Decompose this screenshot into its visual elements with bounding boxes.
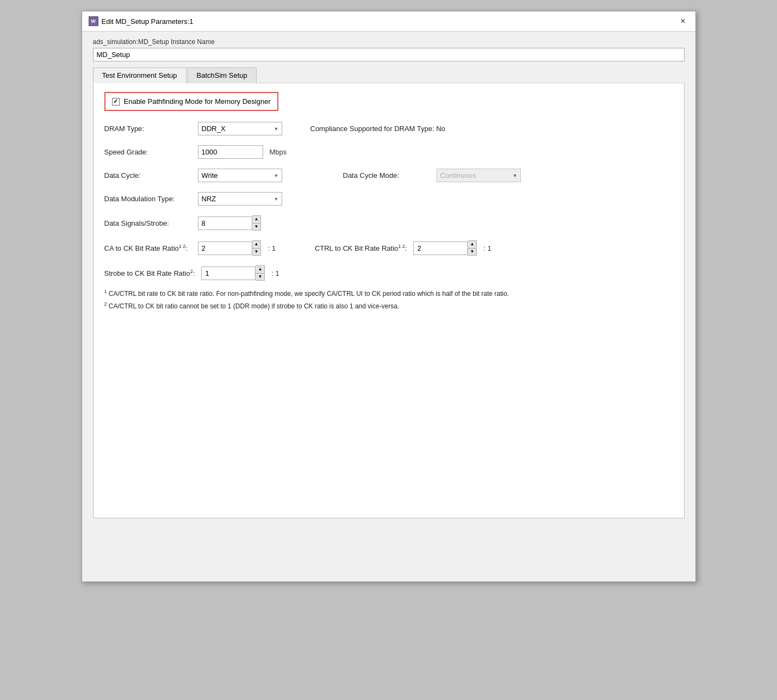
- ca-ratio-increment[interactable]: ▲: [252, 241, 261, 249]
- speed-grade-unit: Mbps: [270, 148, 287, 156]
- data-signals-row: Data Signals/Strobe: ▲ ▼: [104, 215, 673, 231]
- ctrl-ratio-input[interactable]: [413, 241, 468, 255]
- footnote-2: 2 CA/CTRL to CK bit ratio cannot be set …: [104, 301, 673, 311]
- speed-grade-label: Speed Grade:: [104, 148, 191, 156]
- strobe-ratio-row: Strobe to CK Bit Rate Ratio2: ▲ ▼ : 1: [104, 265, 673, 281]
- ctrl-ratio-spinner: ▲ ▼: [413, 240, 477, 256]
- title-bar-left: W Edit MD_Setup Parameters:1: [89, 16, 194, 26]
- data-modulation-row: Data Modulation Type: NRZ PAM4: [104, 192, 673, 206]
- strobe-ratio-decrement[interactable]: ▼: [256, 274, 264, 281]
- strobe-ratio-input[interactable]: [201, 267, 256, 280]
- data-cycle-row: Data Cycle: Write Read Both Data Cycle M…: [104, 169, 673, 182]
- strobe-ratio-label: Strobe to CK Bit Rate Ratio2:: [104, 269, 195, 277]
- strobe-ratio-spinner: ▲ ▼: [201, 265, 265, 281]
- data-signals-spinner: ▲ ▼: [198, 215, 262, 231]
- dialog-body: ads_simulation:MD_Setup Instance Name Te…: [82, 32, 695, 581]
- data-modulation-select[interactable]: NRZ PAM4: [198, 192, 282, 206]
- ca-ratio-suffix: : 1: [268, 244, 275, 252]
- data-cycle-mode-select-wrapper: Continuous Burst: [437, 169, 521, 182]
- ctrl-ratio-spinner-buttons: ▲ ▼: [468, 240, 477, 256]
- pathfinding-checkbox[interactable]: [112, 98, 120, 106]
- pathfinding-label: Enable Pathfinding Mode for Memory Desig…: [124, 97, 271, 106]
- pathfinding-section: Enable Pathfinding Mode for Memory Desig…: [104, 92, 278, 111]
- data-signals-input[interactable]: [198, 216, 252, 230]
- data-signals-decrement[interactable]: ▼: [252, 224, 261, 231]
- data-signals-label: Data Signals/Strobe:: [104, 219, 191, 227]
- data-cycle-label: Data Cycle:: [104, 171, 191, 179]
- speed-grade-input[interactable]: [198, 145, 263, 159]
- compliance-label: Compliance Supported for DRAM Type: No: [310, 125, 445, 133]
- ctrl-ratio-suffix: : 1: [483, 244, 491, 252]
- data-signals-increment[interactable]: ▲: [252, 216, 261, 224]
- form-section: DRAM Type: DDR_X DDR4 DDR5 LPDDR4 LPDDR5…: [104, 122, 673, 281]
- ca-ratio-spinner-buttons: ▲ ▼: [252, 240, 262, 256]
- data-cycle-select[interactable]: Write Read Both: [198, 169, 282, 182]
- tab-batchsim-setup[interactable]: BatchSim Setup: [188, 67, 257, 83]
- ca-ratio-input[interactable]: [198, 241, 252, 255]
- tab-test-environment[interactable]: Test Environment Setup: [93, 67, 187, 83]
- ca-ratio-label: CA to CK Bit Rate Ratio1 2:: [104, 244, 191, 252]
- data-signals-spinner-buttons: ▲ ▼: [252, 215, 262, 231]
- data-modulation-label: Data Modulation Type:: [104, 195, 191, 203]
- strobe-ratio-suffix: : 1: [271, 269, 279, 277]
- tab-content-test-environment: Enable Pathfinding Mode for Memory Desig…: [93, 83, 685, 518]
- footnote-1: 1 CA/CTRL bit rate to CK bit rate ratio.…: [104, 288, 673, 299]
- instance-label: ads_simulation:MD_Setup Instance Name: [93, 38, 685, 46]
- title-bar: W Edit MD_Setup Parameters:1 ×: [82, 11, 695, 32]
- instance-name-input[interactable]: [93, 48, 685, 61]
- dram-type-label: DRAM Type:: [104, 125, 191, 133]
- ctrl-ratio-label: CTRL to CK Bit Rate Ratio1 2:: [315, 244, 407, 252]
- data-cycle-mode-label: Data Cycle Mode:: [343, 171, 430, 179]
- ca-ratio-spinner: ▲ ▼: [198, 240, 262, 256]
- tabs-bar: Test Environment Setup BatchSim Setup: [93, 67, 685, 83]
- strobe-ratio-increment[interactable]: ▲: [256, 266, 264, 274]
- dram-type-select-wrapper: DDR_X DDR4 DDR5 LPDDR4 LPDDR5: [198, 122, 282, 135]
- footnotes: 1 CA/CTRL bit rate to CK bit rate ratio.…: [104, 288, 673, 311]
- dram-row: DRAM Type: DDR_X DDR4 DDR5 LPDDR4 LPDDR5…: [104, 122, 673, 135]
- dram-type-select[interactable]: DDR_X DDR4 DDR5 LPDDR4 LPDDR5: [198, 122, 282, 135]
- ctrl-ratio-increment[interactable]: ▲: [468, 241, 476, 249]
- data-modulation-select-wrapper: NRZ PAM4: [198, 192, 282, 206]
- dialog-window: W Edit MD_Setup Parameters:1 × ads_simul…: [82, 11, 696, 582]
- data-cycle-mode-select[interactable]: Continuous Burst: [437, 169, 521, 182]
- ca-ratio-decrement[interactable]: ▼: [252, 249, 261, 256]
- close-button[interactable]: ×: [677, 16, 688, 27]
- data-cycle-select-wrapper: Write Read Both: [198, 169, 282, 182]
- ctrl-ratio-decrement[interactable]: ▼: [468, 249, 476, 256]
- app-icon: W: [89, 16, 98, 26]
- strobe-ratio-spinner-buttons: ▲ ▼: [256, 265, 265, 281]
- ca-ctrl-ratio-row: CA to CK Bit Rate Ratio1 2: ▲ ▼ : 1 CTRL…: [104, 240, 673, 256]
- speed-grade-row: Speed Grade: Mbps: [104, 145, 673, 159]
- dialog-title: Edit MD_Setup Parameters:1: [102, 17, 194, 26]
